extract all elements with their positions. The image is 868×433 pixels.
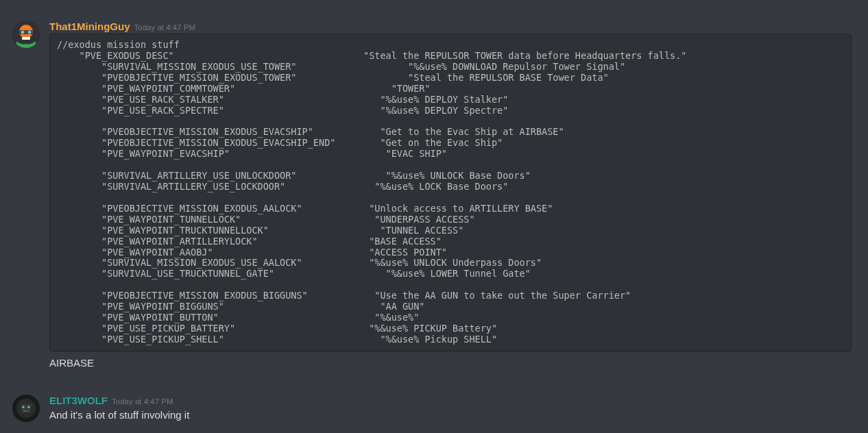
chat-message: ELIT3WOLF Today at 4:47 PM And it's a lo… [0, 388, 868, 426]
avatar[interactable] [12, 21, 40, 48]
message-header: ELIT3WOLF Today at 4:47 PM [49, 395, 854, 406]
message-text: AIRBASE [49, 356, 854, 370]
svg-point-3 [21, 31, 24, 34]
username[interactable]: ELIT3WOLF [49, 395, 108, 406]
timestamp: Today at 4:47 PM [112, 397, 173, 406]
code-block[interactable]: //exodus mission stuff "PVE_EXODUS_DESC"… [49, 34, 852, 351]
svg-point-4 [28, 31, 31, 34]
username[interactable]: That1MiningGuy [49, 21, 130, 32]
avatar[interactable] [12, 395, 40, 422]
svg-point-8 [22, 406, 24, 408]
svg-rect-5 [22, 37, 30, 40]
svg-point-9 [27, 406, 29, 408]
message-text: And it's a lot of stuff involving it [49, 408, 854, 422]
message-header: That1MiningGuy Today at 4:47 PM [49, 21, 854, 32]
timestamp: Today at 4:47 PM [134, 23, 196, 32]
svg-rect-10 [23, 410, 29, 412]
chat-message: That1MiningGuy Today at 4:47 PM //exodus… [0, 14, 868, 374]
